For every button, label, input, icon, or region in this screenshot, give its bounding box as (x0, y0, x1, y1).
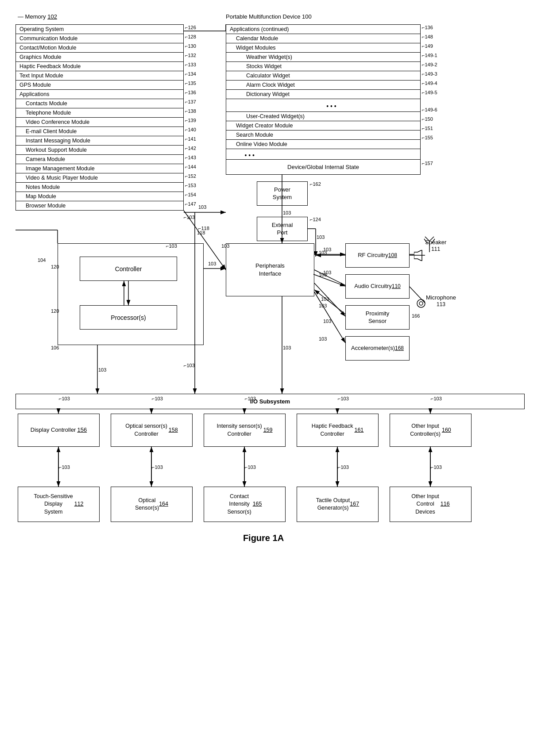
ref-149-2: ⌐149-2 (422, 62, 437, 67)
stocks-widget-item: Stocks Widget (226, 62, 420, 71)
io-subsystem-box: I/O Subsystem (15, 394, 525, 409)
widget-modules-item: Widget Modules (226, 43, 420, 53)
ref-140: ⌐140 (185, 127, 196, 132)
svg-text:166: 166 (412, 313, 420, 319)
browser-module-item: Browser Module (16, 201, 183, 210)
dots-1: • • • (226, 99, 420, 112)
memory-box: Operating System Communication Module Co… (15, 24, 184, 211)
contacts-module-item: Contacts Module (16, 99, 183, 108)
device-title-label: Portable Multifunction Device 100 (226, 13, 312, 20)
svg-text:⌐103: ⌐103 (59, 464, 70, 470)
svg-text:⌐103: ⌐103 (245, 464, 256, 470)
ref-162: ⌐162 (310, 181, 321, 187)
gps-module-item: GPS Module (16, 81, 183, 90)
ref-148: ⌐148 (422, 34, 433, 39)
ref-139: ⌐139 (185, 118, 196, 123)
svg-point-1 (417, 299, 425, 307)
svg-text:103: 103 (208, 261, 216, 266)
microphone-icon (416, 299, 426, 310)
video-music-player-item: Video & Music Player Module (16, 173, 183, 183)
ref-142: ⌐142 (185, 146, 196, 151)
intensity-sensor-controller-box: Intensity sensor(s)Controller 159 (204, 414, 286, 447)
ref-104: 104 (38, 257, 46, 263)
ref-154: ⌐154 (185, 192, 196, 197)
apps-continued-box: Applications (continued) Calendar Module… (226, 24, 421, 161)
ref-103-audio: 103 (319, 272, 327, 277)
svg-text:103: 103 (283, 210, 291, 215)
svg-text:103: 103 (98, 367, 106, 372)
ref-155: ⌐155 (422, 135, 433, 140)
applications-header: Applications (16, 90, 183, 99)
email-client-item: E-mail Client Module (16, 127, 183, 136)
search-module-item: Search Module (226, 130, 420, 140)
ref-135: ⌐135 (185, 81, 196, 86)
instant-messaging-item: Instant Messaging Module (16, 136, 183, 146)
svg-text:103: 103 (321, 296, 329, 302)
apps-continued-header: Applications (continued) (226, 25, 420, 34)
svg-text:⌐103: ⌐103 (152, 464, 163, 470)
ref-137: ⌐137 (185, 99, 196, 104)
figure-title: Figure 1A (9, 533, 518, 543)
power-system-box: PowerSystem (257, 181, 308, 206)
ref-138: ⌐138 (185, 108, 196, 114)
user-created-widget-item: User-Created Widget(s) (226, 112, 420, 121)
workout-support-item: Workout Support Module (16, 146, 183, 155)
ref-app-136: ⌐136 (422, 25, 433, 30)
graphics-module-item: Graphics Module (16, 53, 183, 62)
ref-103-rf: 103 (319, 250, 327, 255)
map-module-item: Map Module (16, 192, 183, 201)
ref-149-3: ⌐149-3 (422, 71, 437, 77)
ref-103-main: ⌐103 (166, 243, 177, 249)
svg-text:103: 103 (283, 345, 291, 350)
ref-128: ⌐128 (185, 34, 196, 39)
ref-149-1: ⌐149-1 (422, 53, 437, 58)
contact-intensity-box: ContactIntensitySensor(s) 165 (204, 487, 286, 522)
svg-line-7 (432, 239, 435, 243)
svg-text:103: 103 (198, 204, 206, 210)
svg-line-24 (314, 290, 345, 314)
ref-147: ⌐147 (185, 201, 196, 207)
tactile-output-box: Tactile OutputGenerator(s)167 (297, 487, 379, 522)
ref-134: ⌐134 (185, 71, 196, 77)
ref-149: ⌐149 (422, 43, 433, 49)
ref-106: 106 (51, 345, 59, 350)
other-input-devices-box: Other InputControlDevices 116 (390, 487, 472, 522)
display-controller-box: Display Controller 156 (18, 414, 100, 447)
dictionary-widget-item: Dictionary Widget (226, 90, 420, 99)
ref-103-proximity: 103 (319, 303, 327, 308)
ref-118: ⌐118 (198, 226, 209, 231)
ref-126: ⌐126 (185, 25, 196, 30)
ref-157: ⌐157 (422, 161, 433, 166)
haptic-feedback-controller-box: Haptic FeedbackController 161 (297, 414, 379, 447)
svg-text:103: 103 (317, 234, 325, 240)
haptic-feedback-item: Haptic Feedback Module (16, 62, 183, 71)
microphone-label: Microphone113 (426, 294, 456, 307)
svg-line-23 (314, 283, 345, 316)
ref-151: ⌐151 (422, 126, 433, 131)
ref-149-5: ⌐149-5 (422, 90, 437, 95)
comm-module-item: Communication Module (16, 34, 183, 43)
peripherals-interface-box: PeripheralsInterface (226, 243, 314, 296)
os-item: Operating System (16, 25, 183, 34)
controller-box: Controller (80, 257, 177, 281)
telephone-module-item: Telephone Module (16, 108, 183, 118)
svg-marker-0 (414, 250, 422, 261)
ref-144: ⌐144 (185, 164, 196, 169)
ref-120-top: 120 (51, 264, 59, 269)
ref-120-bot: 120 (51, 308, 59, 314)
ref-136: ⌐136 (185, 90, 196, 95)
ref-143: ⌐143 (185, 155, 196, 160)
ref-133: ⌐133 (185, 62, 196, 67)
touch-display-box: Touch-SensitiveDisplaySystem 112 (18, 487, 100, 522)
audio-circuitry-box: Audio Circuitry110 (345, 274, 410, 299)
ref-103-peripherals: 103 (221, 243, 229, 249)
weather-widget-item: Weather Widget(s) (226, 53, 420, 62)
ref-149-4: ⌐149-4 (422, 81, 437, 86)
memory-title-label: — Memory 102 (18, 13, 57, 20)
svg-line-26 (314, 292, 345, 343)
alarm-clock-widget-item: Alarm Clock Widget (226, 81, 420, 90)
video-conference-item: Video Conference Module (16, 118, 183, 127)
other-input-controller-box: Other InputController(s) 160 (390, 414, 472, 447)
svg-line-6 (424, 239, 427, 243)
antenna-icon (423, 234, 436, 253)
